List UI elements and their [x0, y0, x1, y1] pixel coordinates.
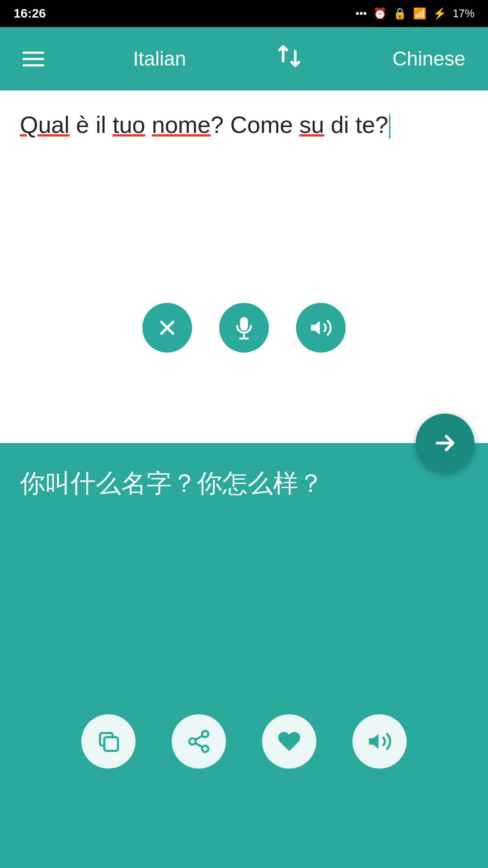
input-panel: Qual è il tuo nome? Come su di te? — [0, 90, 488, 443]
share-button[interactable] — [172, 714, 226, 769]
lock-icon: 🔒 — [393, 7, 407, 20]
target-language[interactable]: Chinese — [393, 47, 465, 70]
output-panel: 你叫什么名字？你怎么样？ — [0, 443, 488, 868]
speak-output-button[interactable] — [352, 714, 407, 769]
input-text-display: Qual è il tuo nome? Come su di te? — [20, 108, 468, 289]
copy-button[interactable] — [81, 714, 136, 769]
menu-line-2 — [23, 58, 44, 60]
input-controls — [20, 289, 468, 362]
source-language[interactable]: Italian — [133, 47, 186, 70]
svg-point-2 — [189, 738, 196, 745]
svg-line-5 — [195, 736, 202, 740]
word-nome: nome — [152, 112, 211, 138]
swap-languages-button[interactable] — [275, 42, 304, 76]
microphone-button[interactable] — [219, 303, 269, 353]
favorite-button[interactable] — [262, 714, 316, 769]
clear-button[interactable] — [142, 303, 192, 353]
menu-line-1 — [23, 52, 44, 54]
bolt-icon: ⚡ — [433, 7, 446, 20]
svg-point-3 — [202, 745, 208, 752]
text-cursor — [389, 114, 390, 139]
status-icons: ••• ⏰ 🔒 📶 ⚡ 17% — [356, 7, 474, 20]
dots-icon: ••• — [356, 7, 367, 20]
status-time: 16:26 — [14, 6, 46, 21]
svg-rect-0 — [104, 737, 118, 751]
send-button[interactable] — [416, 414, 474, 472]
menu-line-3 — [23, 64, 44, 66]
signal-icon: 📶 — [413, 7, 427, 20]
svg-point-1 — [202, 731, 208, 737]
word-qual: Qual — [20, 112, 70, 138]
speak-input-button[interactable] — [296, 303, 346, 353]
word-su: su — [300, 112, 324, 138]
toolbar: Italian Chinese — [0, 27, 488, 90]
battery-icon: 17% — [453, 7, 474, 20]
word-tuo: tuo — [113, 112, 145, 138]
menu-button[interactable] — [23, 52, 44, 66]
svg-line-4 — [195, 743, 202, 747]
status-bar: 16:26 ••• ⏰ 🔒 📶 ⚡ 17% — [0, 0, 488, 27]
output-text: 你叫什么名字？你怎么样？ — [20, 466, 468, 692]
output-controls — [20, 705, 468, 778]
alarm-icon: ⏰ — [373, 7, 387, 20]
